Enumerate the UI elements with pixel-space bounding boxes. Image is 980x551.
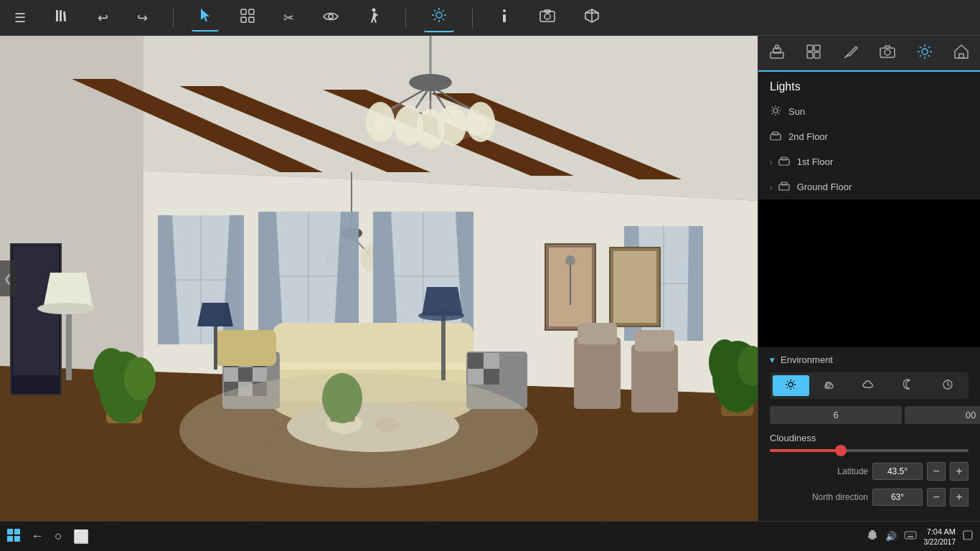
- scissors-icon[interactable]: ✂: [276, 6, 301, 30]
- light-item-1st-floor[interactable]: › 1st Floor: [758, 149, 980, 174]
- right-panel: Lights Sun 2nd Floor ›: [758, 36, 980, 521]
- objects-icon[interactable]: [233, 4, 262, 31]
- select-icon[interactable]: [192, 4, 219, 32]
- svg-line-18: [434, 19, 435, 20]
- library-icon[interactable]: [47, 5, 76, 30]
- notification-icon[interactable]: [867, 529, 878, 543]
- sep1: [173, 8, 174, 28]
- panel-house-icon[interactable]: [945, 38, 978, 69]
- svg-line-163: [778, 107, 780, 108]
- svg-line-164: [772, 113, 773, 115]
- svg-point-121: [709, 339, 740, 385]
- light-item-2nd-floor[interactable]: 2nd Floor: [758, 124, 980, 149]
- main-area: ❮ Lights: [0, 36, 980, 521]
- north-direction-label: North direction: [770, 492, 868, 502]
- svg-point-83: [565, 255, 575, 265]
- env-btn-custom[interactable]: [929, 375, 966, 396]
- lights-section: Lights Sun 2nd Floor ›: [758, 72, 980, 199]
- viewport-left-arrow[interactable]: ❮: [0, 260, 16, 296]
- light-item-sun[interactable]: Sun: [758, 99, 980, 124]
- svg-rect-196: [963, 531, 972, 540]
- svg-rect-189: [870, 538, 875, 540]
- sep2: [405, 8, 406, 28]
- viewport[interactable]: ❮: [0, 36, 758, 521]
- north-direction-minus-btn[interactable]: −: [927, 488, 946, 507]
- svg-rect-140: [814, 52, 820, 58]
- environment-header[interactable]: ▾ Environment: [770, 354, 969, 365]
- svg-line-161: [772, 107, 773, 108]
- taskbar-notifications-btn[interactable]: [963, 530, 973, 542]
- panel-sun-icon[interactable]: [908, 38, 941, 69]
- taskbar-tablet-icon[interactable]: ⬜: [73, 529, 89, 545]
- svg-rect-2: [63, 11, 66, 22]
- taskbar-right: 🔊 7:04 AM 3/22/2017: [867, 527, 974, 545]
- 3d-cube-icon[interactable]: [577, 4, 607, 32]
- light-item-2nd-floor-label: 2nd Floor: [788, 131, 828, 142]
- env-btn-night[interactable]: [890, 375, 927, 396]
- keyboard-icon[interactable]: [904, 531, 917, 542]
- screenshot-icon[interactable]: [532, 5, 562, 30]
- sep3: [472, 8, 473, 28]
- sun-toolbar-icon[interactable]: [424, 3, 454, 32]
- svg-marker-3: [201, 9, 209, 22]
- slider-thumb[interactable]: [835, 445, 847, 456]
- slider-track: [770, 449, 969, 452]
- svg-rect-21: [540, 11, 555, 22]
- walk-icon[interactable]: [360, 4, 387, 32]
- north-direction-plus-btn[interactable]: +: [950, 488, 969, 507]
- env-btn-clear[interactable]: [773, 375, 809, 396]
- taskbar-search-icon[interactable]: ○: [55, 529, 62, 544]
- taskbar-clock[interactable]: 7:04 AM 3/22/2017: [924, 527, 956, 545]
- menu-icon[interactable]: ☰: [7, 6, 33, 30]
- svg-rect-132: [214, 326, 217, 369]
- svg-rect-108: [574, 337, 621, 409]
- north-direction-input[interactable]: [872, 489, 923, 506]
- svg-rect-105: [468, 369, 484, 385]
- svg-line-16: [443, 19, 444, 20]
- slider-fill: [770, 449, 839, 452]
- panel-build-icon[interactable]: [760, 38, 793, 69]
- env-btn-partly-cloudy[interactable]: [812, 375, 849, 396]
- panel-edit-icon[interactable]: [834, 38, 867, 69]
- latitude-plus-btn[interactable]: +: [950, 462, 969, 481]
- light-item-ground-floor[interactable]: › Ground Floor: [758, 174, 980, 199]
- taskbar-time: 7:04 AM: [924, 527, 956, 537]
- volume-icon[interactable]: 🔊: [885, 531, 897, 542]
- svg-point-117: [93, 348, 129, 398]
- floor-item-icon-ground: [778, 180, 790, 194]
- svg-line-179: [787, 387, 788, 388]
- svg-rect-154: [959, 54, 963, 58]
- latitude-minus-btn[interactable]: −: [927, 462, 946, 481]
- taskbar-back-icon[interactable]: ←: [31, 529, 44, 544]
- svg-rect-5: [249, 9, 254, 14]
- svg-rect-126: [66, 309, 72, 380]
- svg-rect-7: [249, 17, 254, 22]
- cloudiness-slider[interactable]: [770, 449, 969, 452]
- redo-icon[interactable]: ↪: [130, 6, 155, 30]
- panel-camera-icon[interactable]: [871, 39, 904, 67]
- time-hour-input[interactable]: 6: [770, 406, 902, 424]
- svg-line-152: [920, 55, 921, 57]
- latitude-input[interactable]: [872, 463, 923, 480]
- svg-point-8: [329, 14, 333, 19]
- lights-title: Lights: [758, 72, 980, 99]
- svg-point-128: [37, 303, 95, 314]
- svg-line-176: [787, 381, 788, 382]
- svg-point-125: [179, 373, 538, 488]
- light-item-sun-label: Sun: [788, 106, 805, 117]
- env-btn-cloudy[interactable]: [851, 375, 887, 396]
- eye-icon[interactable]: [316, 6, 346, 29]
- chevron-1st-floor: ›: [770, 158, 773, 166]
- panel-floor-icon[interactable]: [797, 38, 830, 69]
- undo-icon[interactable]: ↩: [90, 6, 116, 30]
- svg-point-10: [436, 12, 442, 18]
- svg-rect-97: [238, 367, 253, 382]
- time-minutes-input[interactable]: 00: [905, 406, 980, 424]
- svg-point-156: [773, 108, 778, 113]
- svg-point-19: [503, 9, 506, 12]
- windows-start-icon[interactable]: [7, 529, 20, 545]
- svg-rect-6: [241, 17, 246, 22]
- info-icon[interactable]: [491, 4, 518, 32]
- svg-rect-1: [60, 10, 62, 22]
- svg-line-162: [778, 113, 780, 115]
